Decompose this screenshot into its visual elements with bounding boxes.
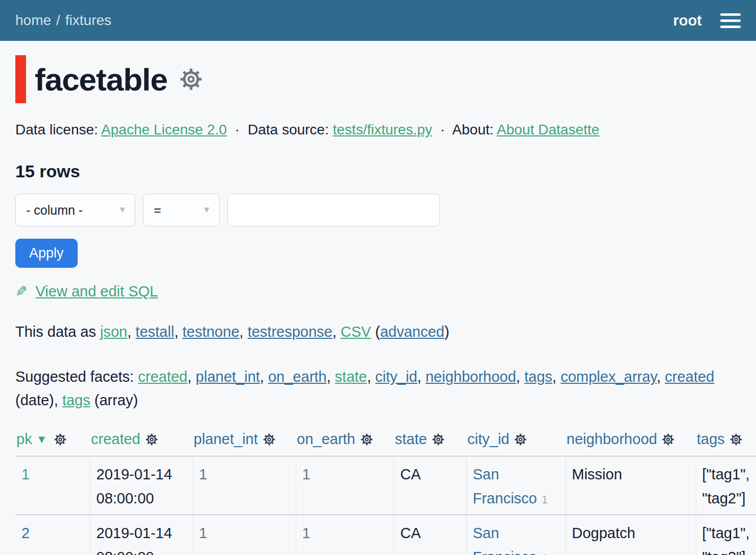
table-header-row: pk▼ created planet_int on_earth state ci… [15,431,756,456]
row-count-heading: 15 rows [15,161,741,181]
facet-link-planet-int[interactable]: planet_int [196,368,260,385]
facet-link-created[interactable]: created [138,368,187,385]
filter-operator-select[interactable]: = ▼ [143,194,220,226]
about-link[interactable]: About Datasette [497,122,600,137]
cell-neighborhood: Dogpatch [565,515,696,555]
column-header-planet-int-link[interactable]: planet_int [194,431,258,447]
source-link[interactable]: tests/fixtures.py [333,122,433,137]
column-header-pk-link[interactable]: pk [16,431,32,447]
column-gear-icon[interactable] [360,433,373,450]
sort-descending-icon: ▼ [36,433,48,446]
table-settings-gear-icon[interactable] [179,67,203,91]
export-link-testresponse[interactable]: testresponse [248,323,333,340]
apply-button[interactable]: Apply [15,239,78,268]
city-link[interactable]: San Francisco [473,525,537,555]
view-edit-sql-link[interactable]: View and edit SQL [36,283,158,299]
cell-on-earth: 1 [296,456,394,515]
column-gear-icon[interactable] [145,433,158,450]
export-link-csv[interactable]: CSV [341,323,371,340]
facets-prefix: Suggested facets: [15,368,138,385]
export-link-json[interactable]: json [100,323,127,340]
breadcrumb: home/fixtures [15,12,111,29]
column-header-created-link[interactable]: created [91,431,140,447]
filter-column-select[interactable]: - column - ▼ [15,194,135,226]
filter-value-input[interactable] [227,194,440,226]
filter-operator-selected-value: = [154,203,161,218]
facet-link-on-earth[interactable]: on_earth [268,368,327,385]
source-label: Data source: [248,122,329,137]
hamburger-menu-icon[interactable] [720,11,741,30]
dropdown-caret-icon: ▼ [202,205,211,215]
column-gear-icon[interactable] [54,433,67,450]
cell-planet-int: 1 [193,515,296,555]
breadcrumb-fixtures-link[interactable]: fixtures [65,12,111,28]
column-header-on-earth: on_earth [296,431,394,456]
facet-link-neighborhood[interactable]: neighborhood [426,368,516,385]
city-id-number: 1 [541,552,548,555]
data-table: pk▼ created planet_int on_earth state ci… [15,431,756,555]
breadcrumb-home-link[interactable]: home [15,12,51,28]
column-header-city-id-link[interactable]: city_id [467,431,509,447]
column-gear-icon[interactable] [514,433,527,450]
cell-pk: 2 [15,515,90,555]
column-header-created: created [90,431,193,456]
row-pk-link[interactable]: 2 [21,525,30,541]
about-label: About: [452,122,493,137]
export-prefix: This data as [15,323,100,340]
cell-pk: 1 [15,456,90,515]
column-header-state: state [394,431,466,456]
license-link[interactable]: Apache License 2.0 [101,122,227,137]
city-link[interactable]: San Francisco [473,466,537,506]
cell-tags: ["tag1", "tag2"] [696,456,756,515]
table-row: 2 2019-01-14 08:00:00 1 1 CA San Francis… [15,515,756,555]
suggested-facets-row: Suggested facets: created, planet_int, o… [15,365,741,412]
export-link-testnone[interactable]: testnone [182,323,239,340]
column-header-pk: pk▼ [15,431,90,456]
city-id-number: 1 [541,493,548,506]
table-row: 1 2019-01-14 08:00:00 1 1 CA San Francis… [15,456,756,515]
column-gear-icon[interactable] [662,433,675,450]
row-pk-link[interactable]: 1 [21,466,30,482]
filter-column-selected-value: - column - [26,203,83,218]
page-title: facetable [35,61,168,98]
metadata-line: Data license: Apache License 2.0 · Data … [15,122,741,138]
facet-link-tags[interactable]: tags [524,368,552,385]
cell-on-earth: 1 [296,515,394,555]
column-header-tags-link[interactable]: tags [697,431,725,447]
column-header-city-id: city_id [466,431,565,456]
cell-created: 2019-01-14 08:00:00 [90,456,193,515]
export-link-advanced[interactable]: advanced [380,323,444,340]
facet-link-created-date[interactable]: created [665,368,715,385]
facet-link-complex-array[interactable]: complex_array [560,368,656,385]
column-header-tags: tags [696,431,756,456]
column-header-on-earth-link[interactable]: on_earth [297,431,356,447]
meta-separator: · [440,122,445,137]
meta-separator: · [235,122,240,137]
column-header-neighborhood-link[interactable]: neighborhood [566,431,657,447]
cell-neighborhood: Mission [565,456,696,515]
column-gear-icon[interactable] [263,433,276,450]
cell-city-id: San Francisco1 [466,456,565,515]
cell-state: CA [394,456,466,515]
dropdown-caret-icon: ▼ [118,205,127,215]
license-label: Data license: [15,122,98,137]
cell-tags: ["tag1", "tag3"] [696,515,756,555]
breadcrumb-separator: / [56,12,60,28]
title-accent-bar [15,55,26,103]
page-title-row: facetable [15,55,741,103]
cell-city-id: San Francisco1 [466,515,565,555]
facet-link-city-id[interactable]: city_id [375,368,417,385]
column-gear-icon[interactable] [432,433,445,450]
cell-created: 2019-01-14 08:00:00 [90,515,193,555]
export-link-testall[interactable]: testall [135,323,174,340]
cell-state: CA [394,515,466,555]
column-gear-icon[interactable] [729,433,743,450]
column-header-neighborhood: neighborhood [565,431,696,456]
top-navigation-bar: home/fixtures root [0,0,756,41]
filter-controls: - column - ▼ = ▼ [15,194,741,226]
pencil-icon: ✎ [15,283,27,300]
facet-link-state[interactable]: state [335,368,367,385]
column-header-state-link[interactable]: state [395,431,427,447]
logged-in-user[interactable]: root [673,12,702,29]
facet-link-tags-array[interactable]: tags [62,392,90,408]
